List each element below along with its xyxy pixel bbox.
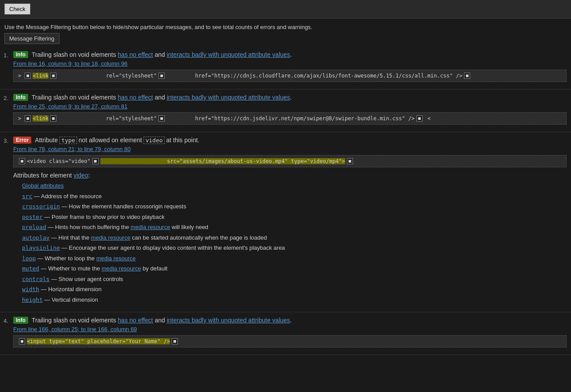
expand-icon-1a[interactable]: ■ [25, 73, 31, 79]
code-attr-1: rel="stylesheet" [58, 73, 157, 79]
has-no-effect-link-4[interactable]: has no effect [118, 317, 153, 324]
muted-link[interactable]: muted [22, 265, 39, 272]
badge-info-4: Info [13, 317, 28, 324]
expand-icon-2a[interactable]: ■ [25, 115, 31, 122]
attr-for-prefix: Attributes for element [13, 172, 74, 179]
src-link[interactable]: src [22, 193, 32, 200]
message-item-2: 2. Info Trailing slash on void elements … [0, 89, 571, 132]
expand-icon-2b[interactable]: ■ [50, 115, 56, 122]
code-block-3: ■ <video class="video" ■ src="assets/ima… [13, 155, 567, 167]
height-link[interactable]: height [22, 296, 43, 303]
message-header-2: Info Trailing slash on void elements has… [13, 94, 567, 101]
expand-icon-3a[interactable]: ■ [19, 158, 25, 164]
attr-for-suffix: : [88, 172, 90, 179]
expand-icon-3b[interactable]: ■ [92, 158, 99, 164]
code-block-1: > ■ <link ■ rel="stylesheet" ■ href="htt… [13, 70, 567, 82]
loop-desc: — Whether to loop the media resource [37, 255, 136, 262]
expand-icon-1b[interactable]: ■ [50, 73, 56, 79]
attr-src: src — Address of the resource [22, 192, 567, 201]
attr-height: height — Vertical dimension [22, 296, 567, 304]
code-line-4: <input type="text" placeholder="Your Nam… [27, 338, 170, 344]
badge-error-3: Error [13, 137, 31, 144]
height-desc: — Vertical dimension [44, 296, 98, 303]
attr-muted: muted — Whether to mute the media resour… [22, 264, 567, 273]
poster-link[interactable]: poster [22, 214, 43, 220]
attr-poster: poster — Poster frame to show prior to v… [22, 213, 567, 222]
attr-width: width — Horizontal dimension [22, 285, 567, 294]
global-attributes-link[interactable]: Global attributes [22, 182, 64, 189]
expand-icon-2c[interactable]: ■ [158, 115, 165, 122]
message-title-4: Trailing slash on void elements has no e… [32, 317, 292, 324]
interacts-badly-link-1[interactable]: interacts badly with unquoted attribute … [167, 51, 290, 58]
attr-list: Global attributes src — Address of the r… [13, 181, 567, 304]
attr-autoplay: autoplay — Hint that the media resource … [22, 233, 567, 242]
expand-icon-2d[interactable]: ■ [416, 115, 423, 122]
message-item-1: 1. Info Trailing slash on void elements … [0, 47, 571, 89]
message-header-1: Info Trailing slash on void elements has… [13, 51, 567, 58]
arrow-2: > [18, 115, 21, 122]
arrow-1: > [18, 73, 21, 79]
badge-info-1: Info [13, 51, 28, 58]
attr-crossorigin: crossorigin — How the element handles cr… [22, 202, 567, 211]
code-block-4: ■ <input type="text" placeholder="Your N… [13, 335, 567, 348]
code-extra-2: < [424, 115, 431, 122]
attr-section-3: Attributes for element video: Global att… [13, 170, 567, 307]
message-number-1: 1. [4, 52, 8, 59]
code-attr-2: rel="stylesheet" [58, 115, 157, 122]
code-line-2: <link [33, 115, 48, 122]
loop-link[interactable]: loop [22, 255, 36, 262]
message-title-3: Attribute type not allowed on element vi… [35, 137, 199, 144]
controls-link[interactable]: controls [22, 276, 50, 282]
code-line-1: <link [33, 73, 48, 79]
preload-desc: — Hints how much buffering the media res… [48, 224, 208, 230]
message-location-4[interactable]: From line 166, column 25; to line 166, c… [13, 325, 567, 335]
attr-playsinline: playsinline — Encourage the user agent t… [22, 244, 567, 252]
message-location-3[interactable]: From line 78, column 21; to line 79, col… [13, 145, 567, 155]
message-item-3: 3. Error Attribute type not allowed on e… [0, 132, 571, 312]
message-location-1[interactable]: From line 16, column 9; to line 18, colu… [13, 60, 567, 70]
message-header-4: Info Trailing slash on void elements has… [13, 317, 567, 324]
code-href-1: href="https://cdnjs.cloudflare.com/ajax/… [166, 73, 462, 79]
code-src-3: src="assets/images/about-us-video.mp4" t… [100, 158, 345, 164]
attr-controls: controls — Show user agent controls [22, 275, 567, 284]
code-video-3: <video class="video" [27, 158, 91, 164]
interacts-badly-link-2[interactable]: interacts badly with unquoted attribute … [167, 94, 290, 101]
top-bar: Check [0, 0, 571, 18]
video-element-link[interactable]: video [74, 172, 88, 179]
expand-icon-4a[interactable]: ■ [19, 338, 25, 344]
width-desc: — Horizontal dimension [41, 286, 102, 292]
attr-preload: preload — Hints how much buffering the m… [22, 223, 567, 232]
media-resource-link-preload[interactable]: media resource [131, 224, 170, 230]
playsinline-desc: — Encourage the user agent to display vi… [62, 244, 285, 251]
autoplay-link[interactable]: autoplay [22, 234, 50, 241]
media-resource-link-muted[interactable]: media resource [102, 265, 141, 272]
info-description: Use the Message Filtering button below t… [4, 24, 567, 30]
check-button[interactable]: Check [4, 4, 30, 15]
media-resource-link-loop[interactable]: media resource [96, 255, 136, 262]
media-resource-link-autoplay[interactable]: media resource [91, 234, 131, 241]
message-title-1: Trailing slash on void elements has no e… [32, 51, 292, 58]
crossorigin-desc: — How the element handles crossorigin re… [62, 203, 186, 210]
message-number-3: 3. [4, 137, 8, 144]
width-link[interactable]: width [22, 286, 39, 292]
has-no-effect-link-2[interactable]: has no effect [118, 94, 153, 101]
has-no-effect-link-1[interactable]: has no effect [118, 51, 153, 58]
message-title-2: Trailing slash on void elements has no e… [32, 94, 292, 101]
controls-desc: — Show user agent controls [51, 276, 123, 282]
playsinline-link[interactable]: playsinline [22, 244, 60, 251]
expand-icon-3c[interactable]: ■ [347, 158, 353, 164]
expand-icon-1d[interactable]: ■ [464, 73, 470, 79]
message-location-2[interactable]: From line 25, column 9; to line 27, colu… [13, 103, 567, 112]
preload-link[interactable]: preload [22, 224, 46, 230]
message-header-3: Error Attribute type not allowed on elem… [13, 137, 567, 144]
messages-container: 1. Info Trailing slash on void elements … [0, 47, 571, 355]
expand-icon-1c[interactable]: ■ [158, 73, 165, 79]
crossorigin-link[interactable]: crossorigin [22, 203, 60, 210]
interacts-badly-link-4[interactable]: interacts badly with unquoted attribute … [167, 317, 290, 324]
badge-info-2: Info [13, 94, 28, 101]
expand-icon-4b[interactable]: ■ [172, 338, 178, 344]
autoplay-desc: — Hint that the media resource can be st… [51, 234, 267, 241]
message-number-2: 2. [4, 95, 8, 101]
code-href-2: href="https://cdn.jsdelivr.net/npm/swipe… [166, 115, 415, 122]
message-filtering-button[interactable]: Message Filtering [4, 33, 59, 44]
